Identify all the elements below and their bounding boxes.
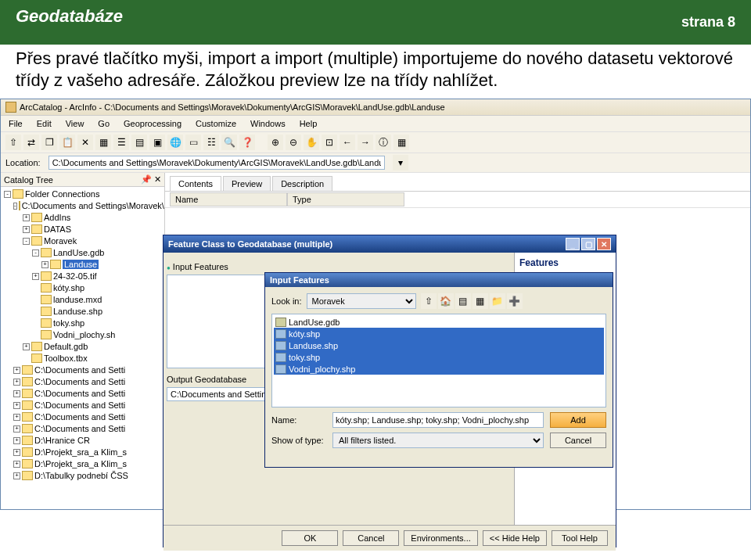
tree-row[interactable]: -Moravek [2,235,164,247]
zoom-out-icon[interactable]: ⊖ [286,135,301,150]
details-icon[interactable]: ▤ [131,135,147,150]
large-icons-icon[interactable]: ▦ [95,135,111,150]
menu-customize[interactable]: Customize [192,117,239,130]
tree-row[interactable]: +C:\Documents and Setti [2,364,164,376]
tree-row[interactable]: Landuse.shp [2,306,164,318]
list-icon[interactable]: ☰ [113,135,129,150]
back-icon[interactable]: ← [340,135,355,150]
name-input[interactable] [332,412,544,428]
maximize-button[interactable]: ▢ [581,238,595,250]
delete-icon[interactable]: ✕ [77,135,93,150]
identify-icon[interactable]: ⓘ [376,135,391,150]
tab-contents[interactable]: Contents [170,176,221,191]
forward-icon[interactable]: → [358,135,373,150]
file-row[interactable]: LandUse.gdb [274,316,604,328]
tree-row[interactable]: Vodni_plochy.sh [2,329,164,341]
tree-row[interactable]: +D:\Hranice CR [2,435,164,447]
paste-icon[interactable]: 📋 [59,135,75,150]
name-label: Name: [271,415,326,425]
tab-preview[interactable]: Preview [223,176,271,191]
catalog-tree-body[interactable]: -Folder Connections-C:\Documents and Set… [1,187,164,509]
dialog-button[interactable]: OK [282,530,338,546]
zoom-in-icon[interactable]: ⊕ [268,135,283,150]
home-icon[interactable]: 🏠 [438,293,454,309]
connect-icon[interactable]: ⇄ [23,135,39,150]
tree-row[interactable]: +DATAS [2,224,164,235]
pan-icon[interactable]: ✋ [304,135,319,150]
toolbar-main[interactable]: ⇧ ⇄ ❐ 📋 ✕ ▦ ☰ ▤ ▣ 🌐 ▭ ☷ 🔍 ❓ ⊕ ⊖ ✋ ⊡ ← → … [1,132,750,153]
tree-row[interactable]: -LandUse.gdb [2,247,164,259]
dialog-button[interactable]: << Hide Help [483,530,547,546]
catalog-tree-label: Catalog Tree [4,175,53,185]
tree-row[interactable]: +C:\Documents and Setti [2,423,164,435]
full-extent-icon[interactable]: ⊡ [322,135,337,150]
tree-row[interactable]: +D:\Projekt_sra_a Klim_s [2,447,164,458]
dialog-button[interactable]: Environments... [404,530,477,546]
menu-edit[interactable]: Edit [34,117,55,130]
menubar[interactable]: FileEditViewGoGeoprocessingCustomizeWind… [1,116,750,132]
menu-file[interactable]: File [5,117,26,130]
thumbnails-icon[interactable]: ▣ [149,135,165,150]
content-tabs[interactable]: ContentsPreviewDescription [165,173,750,192]
lookin-select[interactable]: Moravek [307,293,416,309]
catslg-icon[interactable]: ▦ [393,135,409,150]
show-type-select[interactable]: All filters listed. [332,433,544,448]
menu-help[interactable]: Help [296,117,321,130]
tree-row[interactable]: -C:\Documents and Settings\Moravek\Dokum… [2,200,164,212]
tree-row[interactable]: kóty.shp [2,282,164,294]
help-icon[interactable]: ❓ [239,135,255,150]
search-icon[interactable]: 🔍 [221,135,237,150]
dialog-button[interactable]: Cancel [343,530,399,546]
menu-view[interactable]: View [63,117,88,130]
cancel-button[interactable]: Cancel [550,433,606,448]
lookin-label: Look in: [271,296,302,306]
tree-row[interactable]: -Folder Connections [2,188,164,200]
pin-close[interactable]: 📌 ✕ [141,174,161,185]
tab-description[interactable]: Description [272,176,332,191]
file-row[interactable]: kóty.shp [274,328,604,339]
details-view-icon[interactable]: ▦ [473,293,488,309]
python-icon[interactable]: ▭ [185,135,201,150]
tree-row[interactable]: +C:\Documents and Setti [2,376,164,388]
list-view-icon[interactable]: ▤ [455,293,471,309]
file-row[interactable]: Landuse.shp [274,339,604,351]
col-type[interactable]: Type [287,192,404,206]
col-name[interactable]: Name [170,192,287,206]
file-list[interactable]: LandUse.gdbkóty.shpLanduse.shptoky.shpVo… [271,314,606,407]
slide-page: strana 8 [681,14,735,31]
tree-row[interactable]: +C:\Documents and Setti [2,400,164,411]
copy-icon[interactable]: ❐ [41,135,57,150]
catalog-tree-panel: Catalog Tree 📌 ✕ -Folder Connections-C:\… [1,173,165,509]
tree-row[interactable]: +Default.gdb [2,341,164,353]
up-folder-icon[interactable]: ⇧ [421,293,437,309]
connect-folder-icon[interactable]: ➕ [507,293,523,309]
close-button[interactable]: ✕ [597,238,611,250]
tree-row[interactable]: +C:\Documents and Setti [2,388,164,400]
tree-row[interactable]: +Landuse [2,259,164,271]
file-row[interactable]: Vodni_plochy.shp [274,363,604,375]
menu-go[interactable]: Go [95,117,113,130]
tree-row[interactable]: +AddIns [2,212,164,224]
menu-windows[interactable]: Windows [247,117,289,130]
tree-icon[interactable]: ☷ [203,135,219,150]
tree-row[interactable]: landuse.mxd [2,294,164,306]
up-icon[interactable]: ⇧ [5,135,21,150]
slide-title: Geodatabáze [16,6,123,27]
tree-row[interactable]: toky.shp [2,318,164,329]
launch-arcmap-icon[interactable]: 🌐 [167,135,183,150]
tree-row[interactable]: +C:\Documents and Setti [2,411,164,423]
file-row[interactable]: toky.shp [274,351,604,363]
list-header: Name Type [165,192,750,208]
dialog-title: Feature Class to Geodatabase (multiple) [168,239,332,249]
dialog-button[interactable]: Tool Help [552,530,608,546]
add-button[interactable]: Add [550,412,606,428]
new-folder-icon[interactable]: 📁 [490,293,505,309]
tree-row[interactable]: +D:\Projekt_sra_a Klim_s [2,458,164,470]
minimize-button[interactable]: _ [566,238,580,250]
tree-row[interactable]: +D:\Tabulky podnebí ČSS [2,470,164,482]
tree-row[interactable]: Toolbox.tbx [2,353,164,364]
location-dropdown-icon[interactable]: ▾ [393,155,408,171]
menu-geoprocessing[interactable]: Geoprocessing [120,117,185,130]
tree-row[interactable]: +24-32-05.tif [2,271,164,282]
location-input[interactable] [49,156,385,170]
